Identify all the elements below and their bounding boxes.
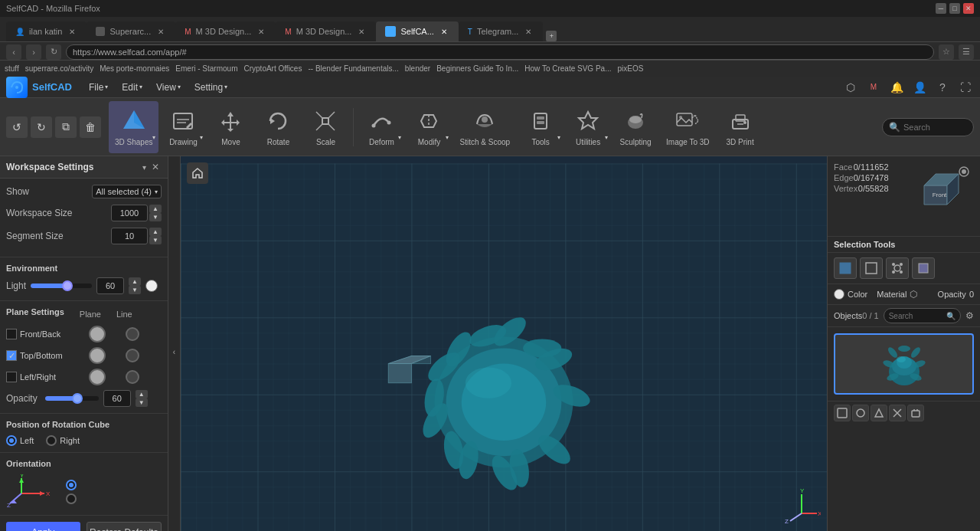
plane-top-bottom-checkbox[interactable]: ✓ (6, 350, 17, 361)
url-bar[interactable]: https://www.selfcad.com/app/# (66, 44, 934, 60)
minimize-button[interactable]: ─ (936, 3, 946, 14)
restore-defaults-button[interactable]: Restore Defaults (87, 522, 162, 531)
tool-tools[interactable]: Tools ▾ (518, 101, 564, 153)
bookmark-pixeos[interactable]: pixEOS (618, 64, 644, 73)
bookmark-superrare[interactable]: superrare.co/activity (25, 64, 93, 73)
plane-left-right-line-toggle[interactable] (126, 370, 139, 384)
tool-3d-print[interactable]: 3D Print (717, 101, 763, 153)
sel-tool-edge[interactable] (860, 257, 883, 279)
tool-image-to-3d[interactable]: Image To 3D (660, 101, 716, 153)
sel-tool-face[interactable] (834, 257, 857, 279)
sel-tool-vertex[interactable] (886, 257, 909, 279)
new-tab-button[interactable]: + (546, 31, 557, 41)
light-down[interactable]: ▼ (129, 286, 141, 294)
workspace-size-down[interactable]: ▼ (149, 213, 162, 221)
tool-rotate[interactable]: Rotate (255, 101, 301, 153)
tool-stitch-scoop[interactable]: Stitch & Scoop (453, 101, 516, 153)
tab-3d-design-1[interactable]: M M 3D Design... ✕ (175, 21, 276, 41)
obj-btn-3[interactable] (871, 405, 887, 421)
plane-opacity-input[interactable] (103, 390, 131, 407)
user-button[interactable]: 👤 (911, 79, 928, 96)
bookmark-porte-monnaies[interactable]: Mes porte-monnaies (100, 64, 169, 73)
objects-settings-icon[interactable]: ⚙ (965, 310, 974, 321)
viewport-home-button[interactable] (187, 162, 208, 184)
tab-close-telegram[interactable]: ✕ (523, 26, 534, 37)
delete-button[interactable]: 🗑 (80, 116, 101, 138)
plane-opacity-slider-thumb[interactable] (72, 393, 83, 404)
tab-selfcad[interactable]: SelfCA... ✕ (376, 21, 458, 41)
bookmark-stuff[interactable]: stuff (5, 64, 19, 73)
bookmark-emeri[interactable]: Emeri - Starmoum (175, 64, 237, 73)
tool-scale[interactable]: Scale (302, 101, 348, 153)
plane-front-back-line-toggle[interactable] (126, 327, 139, 341)
color-swatch[interactable] (834, 289, 844, 300)
workspace-size-input[interactable] (111, 205, 148, 221)
bookmark-svg[interactable]: How To Create SVG Pa... (524, 64, 611, 73)
viewport[interactable]: X Y Z (181, 156, 827, 531)
segment-size-down[interactable]: ▼ (149, 236, 162, 244)
tool-sculpting[interactable]: Sculpting (612, 101, 658, 153)
bookmark-button[interactable]: ☆ (939, 44, 954, 60)
tab-close-3d1[interactable]: ✕ (256, 26, 266, 37)
apply-button[interactable]: Apply (6, 522, 80, 531)
obj-btn-2[interactable] (852, 405, 869, 421)
panel-arrow-icon[interactable]: ▾ (142, 163, 146, 172)
tool-move[interactable]: Move (207, 101, 253, 153)
plane-front-back-checkbox[interactable] (6, 329, 17, 339)
toolbar-search[interactable]: 🔍 (882, 118, 974, 136)
tab-ilan-katin[interactable]: 👤 ilan katin ✕ (6, 21, 87, 41)
redo-button[interactable]: ↻ (31, 116, 52, 138)
plane-front-back-plane-toggle[interactable] (89, 326, 106, 343)
toolbar-search-input[interactable] (903, 123, 965, 132)
menu-setting[interactable]: Setting ▾ (188, 79, 234, 96)
panel-collapse-toggle[interactable]: ‹ (168, 156, 181, 531)
menu-edit[interactable]: Edit ▾ (116, 79, 149, 96)
menu-view[interactable]: View ▾ (150, 79, 187, 96)
bookmark-blender[interactable]: blender (405, 64, 430, 73)
obj-btn-5[interactable] (907, 405, 924, 421)
nav-cube[interactable]: Front (909, 162, 974, 230)
reload-button[interactable]: ↻ (46, 44, 61, 60)
plane-top-bottom-plane-toggle[interactable] (89, 347, 106, 364)
objects-search[interactable]: 🔍 (884, 308, 961, 323)
obj-btn-1[interactable] (834, 405, 851, 421)
plane-top-bottom-line-toggle[interactable] (126, 349, 139, 362)
radio-left[interactable]: Left (6, 435, 34, 446)
light-color-dot[interactable] (145, 280, 158, 292)
tool-3d-shapes[interactable]: 3D Shapes ▾ (109, 101, 158, 153)
tab-close-3d2[interactable]: ✕ (356, 26, 367, 37)
bookmark-blender-fund[interactable]: -- Blender Fundamentals... (308, 64, 398, 73)
makerbot-button[interactable]: M (865, 79, 882, 96)
plane-opacity-up[interactable]: ▲ (136, 390, 148, 398)
segment-size-input[interactable] (111, 228, 148, 244)
orientation-radio-1[interactable] (66, 480, 77, 490)
tab-telegram[interactable]: T Telegram... ✕ (459, 21, 544, 41)
plane-left-right-checkbox[interactable] (6, 372, 17, 382)
obj-btn-4[interactable] (889, 405, 906, 421)
tab-close-selfcad[interactable]: ✕ (439, 26, 449, 37)
radio-right[interactable]: Right (46, 435, 80, 446)
workspace-size-up[interactable]: ▲ (149, 205, 162, 213)
tool-utilities[interactable]: Utilities ▾ (565, 101, 611, 153)
object-item-flower[interactable] (834, 333, 974, 395)
panel-close-button[interactable]: ✕ (149, 161, 162, 173)
plane-opacity-down[interactable]: ▼ (136, 398, 148, 407)
bookmark-cryptoart[interactable]: CryptoArt Offices (243, 64, 302, 73)
tab-3d-design-2[interactable]: M M 3D Design... ✕ (276, 21, 376, 41)
tool-deform[interactable]: Deform ▾ (358, 101, 404, 153)
tab-close-superarc[interactable]: ✕ (155, 26, 166, 37)
show-select[interactable]: All selected (4) ▾ (92, 185, 162, 198)
objects-search-input[interactable] (889, 312, 943, 320)
material-icon[interactable]: ⬡ (910, 289, 917, 300)
forward-button[interactable]: › (26, 44, 41, 60)
help-button[interactable]: ? (934, 79, 951, 96)
segment-size-up[interactable]: ▲ (149, 228, 162, 236)
light-slider-track[interactable] (31, 284, 92, 288)
tool-drawing[interactable]: Drawing ▾ (160, 101, 206, 153)
sel-tool-object[interactable] (912, 257, 935, 279)
orientation-radio-2[interactable] (66, 493, 77, 504)
back-button[interactable]: ‹ (6, 44, 21, 60)
plane-opacity-slider-track[interactable] (45, 396, 99, 401)
tab-close-ilan[interactable]: ✕ (67, 26, 77, 37)
fullscreen-button[interactable]: ⛶ (957, 79, 974, 96)
